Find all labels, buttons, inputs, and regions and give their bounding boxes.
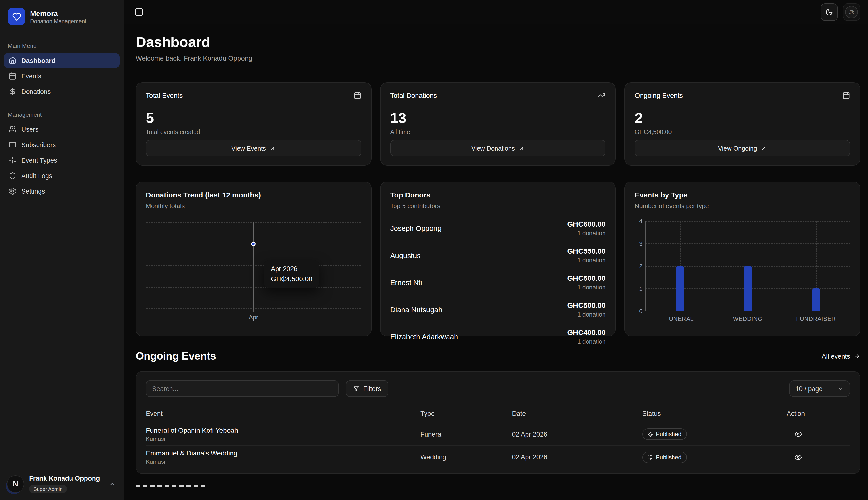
trend-chart: Apr 2026 GH₵4,500.00 (146, 222, 361, 308)
status-badge: Published (642, 451, 687, 463)
sidebar-item-settings[interactable]: Settings (4, 184, 120, 198)
gear-icon (9, 187, 16, 195)
sidebar-toggle-button[interactable] (132, 4, 146, 19)
event-location: Kumasi (146, 458, 421, 465)
sidebar-section-main-menu: Main Menu (0, 43, 123, 49)
shield-icon (9, 172, 16, 180)
theme-toggle-button[interactable] (821, 3, 838, 21)
view-ongoing-button[interactable]: View Ongoing (635, 140, 850, 156)
donor-name: Ernest Nti (390, 278, 422, 286)
topbar: Fk (124, 0, 868, 24)
chevron-up-icon (109, 480, 116, 488)
stat-card-total-donations: Total Donations 13 All time View Donatio… (380, 82, 616, 166)
donor-count: 1 donation (567, 284, 605, 291)
donor-count: 1 donation (567, 311, 605, 318)
sidebar-item-label: Event Types (21, 157, 57, 164)
event-date: 02 Apr 2026 (512, 431, 642, 438)
col-date: Date (512, 410, 642, 417)
page-title: Dashboard (136, 34, 860, 50)
credit-card-icon (9, 141, 16, 149)
sidebar-item-label: Subscribers (21, 141, 56, 148)
section-title: Ongoing Events (136, 350, 216, 363)
user-role-badge: Super Admin (29, 485, 67, 493)
table-toolbar: Filters 10 / page (146, 380, 850, 397)
donor-amount: GH₵500.00 (567, 301, 605, 309)
arrow-up-right-icon (760, 145, 767, 151)
chart-subtitle: Monthly totals (146, 202, 361, 209)
eye-icon (794, 453, 802, 461)
donor-amount: GH₵600.00 (567, 220, 605, 228)
trend-x-tick: Apr (146, 314, 361, 321)
col-action: Action (787, 410, 850, 417)
sidebar-item-event-types[interactable]: Event Types (4, 153, 120, 168)
donor-amount: GH₵550.00 (567, 247, 605, 255)
sidebar-section-management: Management (0, 111, 123, 118)
table-row: Emmanuel & Diana's Wedding Kumasi Weddin… (146, 446, 850, 468)
brand-logo (8, 8, 25, 25)
plot-area (645, 221, 850, 311)
chart-title: Donations Trend (last 12 months) (146, 191, 361, 199)
view-donations-button[interactable]: View Donations (390, 140, 605, 156)
x-axis-labels: FUNERAL WEDDING FUNDRAISER (645, 316, 850, 322)
sidebar-item-subscribers[interactable]: Subscribers (4, 137, 120, 152)
app-window: Memora Donation Management Main Menu Das… (0, 0, 868, 500)
page-size-select[interactable]: 10 / page (789, 380, 850, 397)
sidebar-item-users[interactable]: Users (4, 122, 120, 136)
welcome-text: Welcome back, Frank Konadu Oppong (136, 54, 860, 62)
bar-wedding (744, 266, 752, 311)
tooltip-value: GH₵4,500.00 (271, 275, 312, 282)
filters-button[interactable]: Filters (346, 380, 388, 397)
arrow-up-right-icon (269, 145, 276, 151)
sidebar-item-label: Audit Logs (21, 172, 52, 179)
heart-icon (12, 12, 21, 21)
event-type: Wedding (421, 454, 512, 461)
donor-row: Diana Nutsugah GH₵500.001 donation (390, 301, 605, 318)
sidebar-item-label: Donations (21, 88, 51, 95)
chevron-down-icon (837, 386, 844, 392)
events-by-type-card: Events by Type Number of events per type… (625, 182, 860, 337)
brand: Memora Donation Management (0, 0, 123, 30)
all-events-link[interactable]: All events (822, 353, 860, 360)
view-events-button[interactable]: View Events (146, 140, 361, 156)
card-subtitle: Top 5 contributors (390, 202, 605, 209)
status-badge: Published (642, 428, 687, 440)
sidebar-item-label: Dashboard (21, 57, 55, 64)
main-content: Dashboard Welcome back, Frank Konadu Opp… (124, 24, 868, 500)
user-avatar: N (7, 475, 24, 493)
col-status: Status (642, 410, 787, 417)
sidebar-item-dashboard[interactable]: Dashboard (4, 53, 120, 68)
sidebar-item-donations[interactable]: Donations (4, 84, 120, 99)
panel-left-icon (135, 8, 143, 16)
donor-name: Diana Nutsugah (390, 305, 442, 314)
sidebar-item-label: Users (21, 126, 38, 133)
sidebar-item-events[interactable]: Events (4, 69, 120, 83)
donor-name: Joseph Oppong (390, 224, 442, 232)
stat-title: Ongoing Events (635, 91, 683, 99)
brand-tagline: Donation Management (30, 18, 87, 24)
view-event-button[interactable] (791, 428, 805, 440)
stat-card-total-events: Total Events 5 Total events created View… (136, 82, 371, 166)
stat-value: 5 (146, 111, 361, 125)
table-header-row: Event Type Date Status Action (146, 405, 850, 423)
loader-icon (648, 432, 653, 437)
donations-trend-card: Donations Trend (last 12 months) Monthly… (136, 182, 371, 337)
trend-tooltip: Apr 2026 GH₵4,500.00 (264, 260, 319, 287)
chart-subtitle: Number of events per type (635, 202, 850, 209)
donor-count: 1 donation (567, 257, 605, 264)
brand-name: Memora (30, 9, 87, 17)
sidebar-user-menu[interactable]: N Frank Konadu Oppong Super Admin (0, 469, 123, 500)
event-name: Funeral of Opanin Kofi Yeboah (146, 426, 421, 434)
donor-count: 1 donation (567, 338, 605, 345)
stat-card-ongoing-events: Ongoing Events 2 GH₵4,500.00 View Ongoin… (625, 82, 860, 166)
donor-name: Augustus (390, 251, 421, 259)
events-table: Event Type Date Status Action Funeral of… (146, 405, 850, 468)
sidebar-item-audit-logs[interactable]: Audit Logs (4, 169, 120, 183)
event-date: 02 Apr 2026 (512, 454, 642, 461)
funnel-icon (353, 386, 359, 392)
profile-menu-button[interactable]: Fk (843, 3, 860, 21)
moon-icon (825, 8, 833, 16)
charts-row: Donations Trend (last 12 months) Monthly… (136, 182, 860, 337)
view-event-button[interactable] (791, 451, 805, 463)
chart-title: Events by Type (635, 191, 850, 199)
search-input[interactable] (146, 380, 338, 397)
